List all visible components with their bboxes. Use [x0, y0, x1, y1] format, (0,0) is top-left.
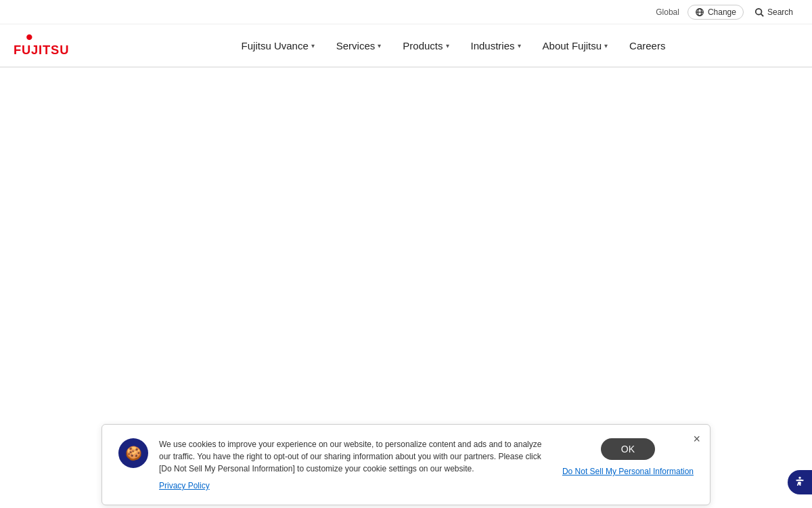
cookie-privacy-link[interactable]: Privacy Policy: [159, 481, 210, 490]
nav-item-fujitsu-uvance[interactable]: Fujitsu Uvance ▾: [232, 35, 324, 57]
main-content: [0, 68, 812, 427]
chevron-down-icon: ▾: [604, 42, 608, 49]
logo-area[interactable]: FUJITSU: [14, 32, 81, 59]
svg-point-7: [798, 477, 800, 479]
cookie-do-not-sell-link[interactable]: Do Not Sell My Personal Information: [562, 467, 694, 476]
change-label: Change: [708, 7, 736, 17]
global-label: Global: [656, 7, 679, 17]
cookie-ok-button[interactable]: OK: [601, 438, 655, 460]
search-icon: [754, 7, 764, 17]
accessibility-icon: [793, 475, 807, 489]
nav-item-industries[interactable]: Industries ▾: [461, 35, 531, 57]
nav-item-products[interactable]: Products ▾: [393, 35, 458, 57]
search-button[interactable]: Search: [749, 5, 798, 19]
cookie-actions: OK Do Not Sell My Personal Information: [562, 438, 694, 476]
svg-line-4: [761, 14, 764, 16]
cookie-banner: 🍪 We use cookies to improve your experie…: [102, 424, 710, 505]
cookie-icon: 🍪: [118, 438, 148, 468]
search-label: Search: [767, 7, 793, 17]
nav-item-services[interactable]: Services ▾: [327, 35, 391, 57]
main-nav: FUJITSU Fujitsu Uvance ▾ Services ▾ Prod…: [0, 24, 812, 68]
nav-item-about-fujitsu[interactable]: About Fujitsu ▾: [533, 35, 618, 57]
svg-point-3: [756, 8, 762, 14]
nav-items: Fujitsu Uvance ▾ Services ▾ Products ▾ I…: [108, 35, 798, 57]
cookie-text-area: We use cookies to improve your experienc…: [159, 438, 551, 491]
chevron-down-icon: ▾: [446, 42, 449, 49]
svg-text:FUJITSU: FUJITSU: [14, 43, 69, 57]
chevron-down-icon: ▾: [311, 42, 315, 49]
chevron-down-icon: ▾: [518, 42, 521, 49]
accessibility-button[interactable]: [788, 470, 812, 494]
top-bar: Global Change Search: [0, 0, 812, 24]
nav-item-careers[interactable]: Careers: [620, 35, 675, 57]
cookie-close-button[interactable]: ×: [693, 433, 700, 445]
svg-point-5: [26, 35, 32, 40]
cookie-text: We use cookies to improve your experienc…: [159, 438, 551, 475]
chevron-down-icon: ▾: [378, 42, 381, 49]
change-region-button[interactable]: Change: [687, 5, 744, 20]
fujitsu-logo: FUJITSU: [14, 32, 81, 59]
globe-icon: [695, 7, 704, 17]
